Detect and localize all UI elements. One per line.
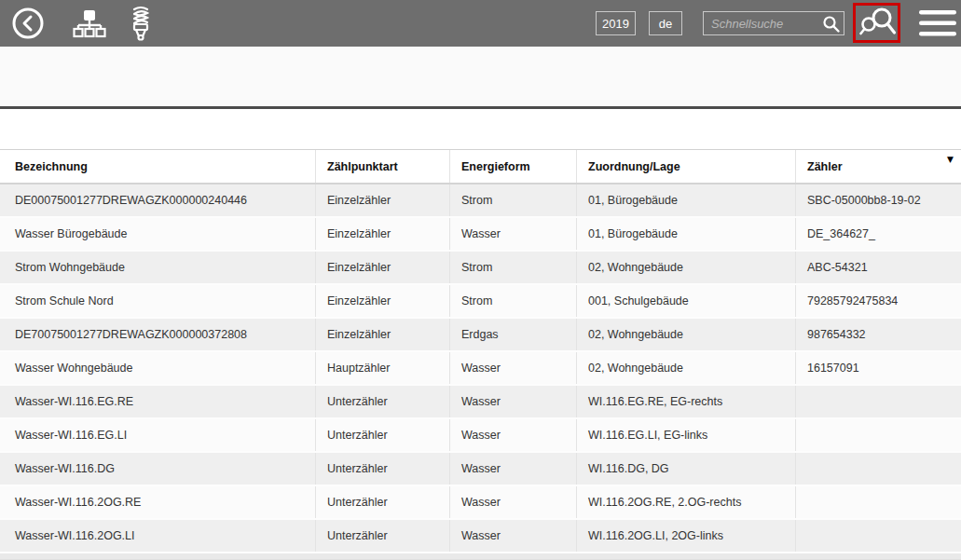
back-icon	[11, 7, 45, 40]
cell-bezeichnung: Wasser-WI.116.2OG.RE	[0, 486, 315, 518]
table-row[interactable]: Wasser Wohngebäude Hauptzähler Wasser 02…	[0, 352, 961, 386]
advanced-search-button[interactable]	[853, 3, 900, 43]
cell-zuordnung-lage: 01, Bürogebäude	[576, 218, 795, 250]
year-selector-button[interactable]: 2019	[596, 11, 636, 35]
cell-zaehler	[795, 386, 961, 417]
menu-icon	[919, 10, 956, 36]
column-header-zuordnung-lage[interactable]: Zuordnung/Lage	[576, 150, 795, 183]
table-row[interactable]: Wasser-WI.116.EG.RE Unterzähler Wasser W…	[0, 386, 961, 419]
cell-zaehler	[795, 419, 961, 451]
sitemap-button[interactable]	[73, 9, 106, 38]
cell-zaehlpunktart: Unterzähler	[315, 453, 449, 485]
cell-zuordnung-lage: WI.116.EG.RE, EG-rechts	[576, 386, 795, 417]
cell-bezeichnung: Strom Schule Nord	[0, 285, 315, 317]
cell-bezeichnung: DE70075001277DREWAGZK000000372808	[0, 319, 315, 350]
cell-zaehlpunktart: Unterzähler	[315, 386, 449, 417]
cell-zuordnung-lage: 02, Wohngebäude	[576, 319, 795, 350]
cell-zaehler: 16157091	[795, 352, 961, 384]
application-window: 2019 de	[0, 0, 961, 560]
search-panel: Suche Zählpunkt ⚙	[0, 47, 961, 106]
cell-zuordnung-lage: 02, Wohngebäude	[576, 252, 795, 283]
cell-zaehler: ABC-54321	[795, 252, 961, 283]
energy-lamp-icon	[129, 5, 153, 42]
cell-zaehler	[795, 486, 961, 518]
cell-bezeichnung: Wasser-WI.116.2OG.LI	[0, 520, 315, 552]
energy-button[interactable]	[129, 5, 153, 42]
cell-zaehlpunktart: Einzelzähler	[315, 319, 449, 350]
table-row[interactable]: Wasser Bürogebäude Einzelzähler Wasser 0…	[0, 218, 961, 252]
cell-zaehlpunktart: Unterzähler	[315, 419, 449, 451]
cell-energieform: Strom	[449, 285, 576, 317]
language-selector-button[interactable]: de	[649, 11, 682, 35]
cell-energieform: Wasser	[449, 352, 576, 384]
search-icon[interactable]	[822, 15, 841, 34]
results-table: Bezeichnung Zählpunktart Energieform Zuo…	[0, 149, 961, 553]
cell-zaehlpunktart: Einzelzähler	[315, 218, 449, 250]
cell-zuordnung-lage: WI.116.2OG.RE, 2.OG-rechts	[576, 486, 795, 518]
bottom-strip	[0, 553, 961, 560]
cell-bezeichnung: DE00075001277DREWAGZK000000240446	[0, 184, 315, 216]
cell-zaehler: DE_364627_	[795, 218, 961, 250]
advanced-search-icon	[858, 7, 897, 39]
results-toolbar: Zählpunkte	[0, 109, 961, 149]
cell-zaehler: 79285792475834	[795, 285, 961, 317]
cell-zaehler	[795, 453, 961, 485]
table-row[interactable]: Strom Schule Nord Einzelzähler Strom 001…	[0, 285, 961, 319]
column-header-bezeichnung[interactable]: Bezeichnung	[0, 150, 315, 183]
cell-bezeichnung: Wasser-WI.116.DG	[0, 453, 315, 485]
cell-zaehlpunktart: Hauptzähler	[315, 352, 449, 384]
cell-bezeichnung: Wasser-WI.116.EG.LI	[0, 419, 315, 451]
cell-energieform: Erdgas	[449, 319, 576, 350]
cell-energieform: Strom	[449, 184, 576, 216]
table-row[interactable]: DE70075001277DREWAGZK000000372808 Einzel…	[0, 319, 961, 352]
column-header-zaehlpunktart[interactable]: Zählpunktart	[315, 150, 449, 183]
cell-zuordnung-lage: WI.116.DG, DG	[576, 453, 795, 485]
cell-zuordnung-lage: WI.116.EG.LI, EG-links	[576, 419, 795, 451]
cell-zaehlpunktart: Einzelzähler	[315, 184, 449, 216]
sitemap-icon	[73, 9, 106, 38]
cell-zuordnung-lage: WI.116.2OG.LI, 2OG-links	[576, 520, 795, 552]
table-row[interactable]: Wasser-WI.116.2OG.LI Unterzähler Wasser …	[0, 520, 961, 553]
cell-zaehlpunktart: Unterzähler	[315, 520, 449, 552]
cell-zaehler: 987654332	[795, 319, 961, 350]
cell-bezeichnung: Strom Wohngebäude	[0, 252, 315, 283]
cell-zaehlpunktart: Einzelzähler	[315, 285, 449, 317]
cell-zuordnung-lage: 001, Schulgebäude	[576, 285, 795, 317]
cell-energieform: Wasser	[449, 520, 576, 552]
cell-zuordnung-lage: 02, Wohngebäude	[576, 352, 795, 384]
cell-zaehler: SBC-05000bb8-19-02	[795, 184, 961, 216]
table-row[interactable]: Wasser-WI.116.EG.LI Unterzähler Wasser W…	[0, 419, 961, 453]
table-body: DE00075001277DREWAGZK000000240446 Einzel…	[0, 184, 961, 553]
cell-zaehlpunktart: Unterzähler	[315, 486, 449, 518]
table-row[interactable]: Wasser-WI.116.DG Unterzähler Wasser WI.1…	[0, 453, 961, 486]
cell-energieform: Wasser	[449, 453, 576, 485]
cell-zaehler	[795, 520, 961, 552]
sort-indicator-icon[interactable]: ▼	[947, 155, 954, 164]
cell-zuordnung-lage: 01, Bürogebäude	[576, 184, 795, 216]
cell-energieform: Wasser	[449, 218, 576, 250]
table-row[interactable]: DE00075001277DREWAGZK000000240446 Einzel…	[0, 184, 961, 218]
column-header-zaehler[interactable]: Zähler	[795, 150, 961, 183]
table-row[interactable]: Wasser-WI.116.2OG.RE Unterzähler Wasser …	[0, 486, 961, 520]
cell-bezeichnung: Wasser Wohngebäude	[0, 352, 315, 384]
top-navigation-bar: 2019 de	[0, 0, 961, 47]
cell-energieform: Wasser	[449, 486, 576, 518]
cell-energieform: Wasser	[449, 419, 576, 451]
menu-button[interactable]	[919, 10, 956, 36]
back-button[interactable]	[11, 7, 45, 40]
cell-zaehlpunktart: Einzelzähler	[315, 252, 449, 283]
cell-energieform: Strom	[449, 252, 576, 283]
column-header-energieform[interactable]: Energieform	[449, 150, 576, 183]
cell-energieform: Wasser	[449, 386, 576, 417]
table-row[interactable]: Strom Wohngebäude Einzelzähler Strom 02,…	[0, 252, 961, 285]
cell-bezeichnung: Wasser Bürogebäude	[0, 218, 315, 250]
cell-bezeichnung: Wasser-WI.116.EG.RE	[0, 386, 315, 417]
table-header-row: Bezeichnung Zählpunktart Energieform Zuo…	[0, 149, 961, 184]
